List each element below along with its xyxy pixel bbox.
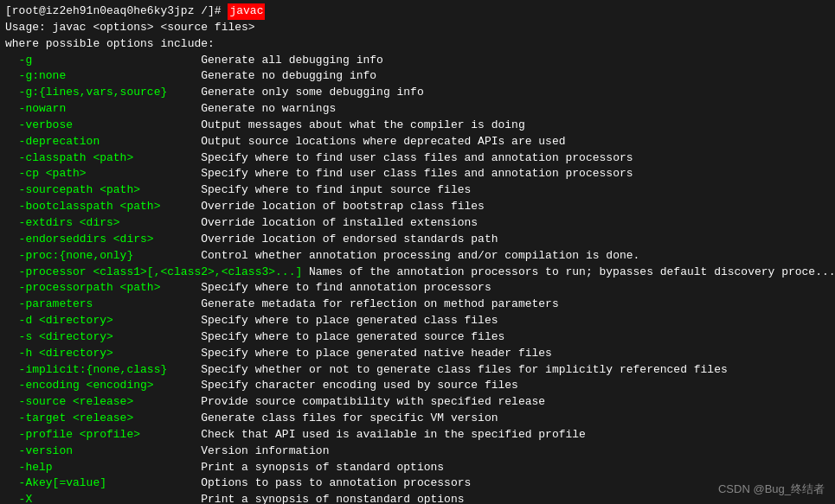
command-line: [root@iz2eh91n0eaq0he6ky3jpz /]# javac xyxy=(5,3,830,20)
opt-extdirs: -extdirs <dirs> Override location of ins… xyxy=(5,215,830,232)
opt-endorseddirs: -endorseddirs <dirs> Override location o… xyxy=(5,232,830,248)
opt-verbose: -verbose Output messages about what the … xyxy=(5,118,830,134)
opt-classpath: -classpath <path> Specify where to find … xyxy=(5,150,830,167)
watermark: CSDN @Bug_终结者 xyxy=(718,482,825,497)
opt-proc: -proc:{none,only} Control whether annota… xyxy=(5,248,830,265)
opt-h: -h <directory> Specify where to place ge… xyxy=(5,346,830,362)
opt-processor: -processor <class1>[,<class2>,<class3>..… xyxy=(5,265,830,281)
usage-line: Usage: javac <options> <source files> xyxy=(5,20,830,36)
opt-deprecation: -deprecation Output source locations whe… xyxy=(5,134,830,150)
opt-g-lines: -g:{lines,vars,source} Generate only som… xyxy=(5,85,830,101)
terminal-window: [root@iz2eh91n0eaq0he6ky3jpz /]# javac U… xyxy=(0,0,835,504)
opt-source: -source <release> Provide source compati… xyxy=(5,394,830,411)
opt-version: -version Version information xyxy=(5,443,830,460)
opt-d: -d <directory> Specify where to place ge… xyxy=(5,313,830,329)
opt-sourcepath: -sourcepath <path> Specify where to find… xyxy=(5,182,830,199)
command-javac: javac xyxy=(228,3,265,20)
prompt-text: [root@iz2eh91n0eaq0he6ky3jpz /]# xyxy=(5,3,228,20)
opt-help: -help Print a synopsis of standard optio… xyxy=(5,460,830,476)
opt-target: -target <release> Generate class files f… xyxy=(5,411,830,427)
opt-processorpath: -processorpath <path> Specify where to f… xyxy=(5,280,830,297)
opt-akey: -Akey[=value] Options to pass to annotat… xyxy=(5,475,830,492)
opt-profile: -profile <profile> Check that API used i… xyxy=(5,427,830,443)
opt-nowarn: -nowarn Generate no warnings xyxy=(5,101,830,118)
opt-parameters: -parameters Generate metadata for reflec… xyxy=(5,297,830,313)
opt-s: -s <directory> Specify where to place ge… xyxy=(5,329,830,346)
where-line: where possible options include: xyxy=(5,36,830,53)
opt-bootclasspath: -bootclasspath <path> Override location … xyxy=(5,199,830,215)
opt-encoding: -encoding <encoding> Specify character e… xyxy=(5,378,830,394)
opt-implicit: -implicit:{none,class} Specify whether o… xyxy=(5,362,830,379)
opt-cp: -cp <path> Specify where to find user cl… xyxy=(5,166,830,182)
opt-g-none: -g:none Generate no debugging info xyxy=(5,68,830,85)
opt-x: -X Print a synopsis of nonstandard optio… xyxy=(5,492,830,504)
opt-g: -g Generate all debugging info xyxy=(5,53,830,69)
